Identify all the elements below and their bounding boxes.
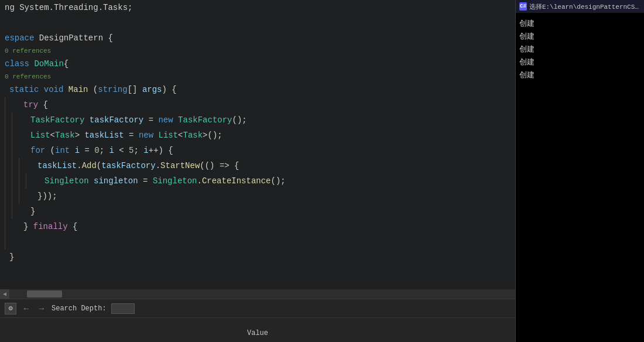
code-text: espace — [5, 30, 39, 46]
code-text: TaskFactory — [30, 112, 84, 128]
code-line-7: TaskFactory taskFactory = new TaskFactor… — [0, 112, 515, 128]
code-text: 0 — [94, 143, 99, 158]
code-text: < — [50, 128, 55, 143]
code-text: } — [9, 249, 14, 265]
toolbar-back-button[interactable]: ← — [21, 303, 32, 314]
code-text: singleton — [94, 173, 138, 189]
code-keyword-finally: finally — [33, 219, 68, 234]
code-text: DoMain — [34, 56, 63, 71]
scroll-left-button[interactable]: ◀ — [0, 289, 9, 299]
code-text: = — [80, 143, 94, 158]
code-text: >(); — [203, 128, 222, 143]
code-text: 5 — [129, 143, 133, 158]
code-text: })); — [37, 189, 57, 204]
code-line-3: espace DesignPattern { — [0, 30, 515, 46]
code-text: . — [197, 173, 202, 189]
code-text: for — [30, 143, 50, 158]
code-text — [84, 112, 89, 128]
code-text: = — [124, 128, 139, 143]
code-text: TaskFactory — [178, 112, 232, 128]
code-line-10: taskList.Add(taskFactory.StartNew(() => … — [0, 158, 515, 173]
code-text: } — [30, 204, 35, 219]
code-text: Main — [68, 82, 93, 97]
code-text: Singleton — [44, 173, 89, 189]
code-text: { — [38, 97, 48, 112]
code-keyword-try: try — [23, 97, 38, 112]
console-title-text: 选择E:\learn\designPatternCSharp — [529, 2, 640, 11]
console-titlebar: C# 选择E:\learn\designPatternCSharp — [516, 0, 644, 13]
code-text — [70, 143, 74, 158]
code-text: Task — [55, 128, 75, 143]
code-line-12: })); — [0, 189, 515, 204]
code-text: ; — [100, 143, 109, 158]
scroll-track[interactable] — [9, 289, 515, 299]
code-text: ++) { — [149, 143, 173, 158]
code-editor: ng System.Threading.Tasks; espace Design… — [0, 0, 515, 299]
bottom-toolbar: ⚙ ← → Search Depth: Value — [0, 299, 515, 342]
code-text: . — [156, 158, 160, 173]
code-text: { — [64, 56, 68, 71]
code-line-4: class DoMain{ — [0, 56, 515, 71]
code-line-8: List<Task> taskList = new List<Task>(); — [0, 128, 515, 143]
code-text: < — [178, 128, 183, 143]
code-text: Task — [183, 128, 203, 143]
console-line-5: 创建 — [519, 69, 640, 82]
code-text: > — [75, 128, 85, 143]
code-text: (); — [271, 173, 286, 189]
search-depth-label: Search Depth: — [52, 305, 107, 313]
ref-line-namespace: 0 references — [0, 46, 515, 56]
code-text: ; — [134, 143, 144, 158]
code-line-15 — [0, 234, 515, 249]
toolbar-value-row: Value — [0, 318, 515, 342]
code-line-11: Singleton singleton = Singleton.CreateIn… — [0, 173, 515, 189]
toolbar-forward-button[interactable]: → — [36, 303, 47, 314]
code-line-16: } — [0, 249, 515, 265]
code-text: List — [30, 128, 50, 143]
code-line-1: ng System.Threading.Tasks; — [0, 0, 515, 15]
code-text: i — [109, 143, 114, 158]
code-text: string — [98, 82, 127, 97]
code-text: (); — [232, 112, 247, 128]
code-text: ( — [50, 143, 55, 158]
console-line-4: 创建 — [519, 56, 640, 69]
code-text: < — [114, 143, 129, 158]
code-text: taskList — [84, 128, 124, 143]
code-text: ( — [93, 82, 98, 97]
scroll-thumb[interactable] — [27, 290, 62, 297]
code-text: i — [143, 143, 148, 158]
code-text: ( — [97, 158, 101, 173]
code-line-5: static void Main (string[] args) { — [0, 82, 515, 97]
code-text: (() => { — [200, 158, 239, 173]
code-content: ng System.Threading.Tasks; espace Design… — [0, 0, 515, 265]
toolbar-navigation-row: ⚙ ← → Search Depth: — [0, 299, 515, 318]
code-text: class — [5, 56, 34, 71]
code-text: taskFactory — [101, 158, 155, 173]
code-line-13: } — [0, 204, 515, 219]
code-text: DesignPattern { — [39, 30, 113, 46]
search-depth-input[interactable] — [111, 303, 135, 314]
code-text: = — [143, 112, 158, 128]
code-line-14: } finally { — [0, 219, 515, 234]
code-text: Add — [82, 158, 97, 173]
code-text: taskFactory — [90, 112, 143, 128]
console-icon: C# — [519, 2, 527, 11]
code-text: ) { — [162, 82, 177, 97]
code-text: = — [138, 173, 153, 189]
code-text: . — [77, 158, 81, 173]
code-text: int — [55, 143, 70, 158]
value-label: Value — [0, 329, 515, 337]
console-line-2: 创建 — [519, 30, 640, 43]
console-panel: C# 选择E:\learn\designPatternCSharp 创建 创建 … — [515, 0, 644, 342]
code-text: i — [75, 143, 80, 158]
code-text: Singleton — [153, 173, 197, 189]
code-line-2 — [0, 15, 515, 30]
ref-line-class: 0 references — [0, 71, 515, 82]
code-line-9: for (int i = 0; i < 5; i++) { — [0, 143, 515, 158]
console-output: 创建 创建 创建 创建 创建 — [516, 13, 644, 87]
editor-scrollbar[interactable]: ◀ — [0, 289, 515, 299]
console-line-1: 创建 — [519, 18, 640, 30]
code-text: StartNew — [160, 158, 200, 173]
toolbar-options-button[interactable]: ⚙ — [5, 303, 16, 314]
code-text: } — [23, 219, 33, 234]
code-text: [] — [128, 82, 142, 97]
